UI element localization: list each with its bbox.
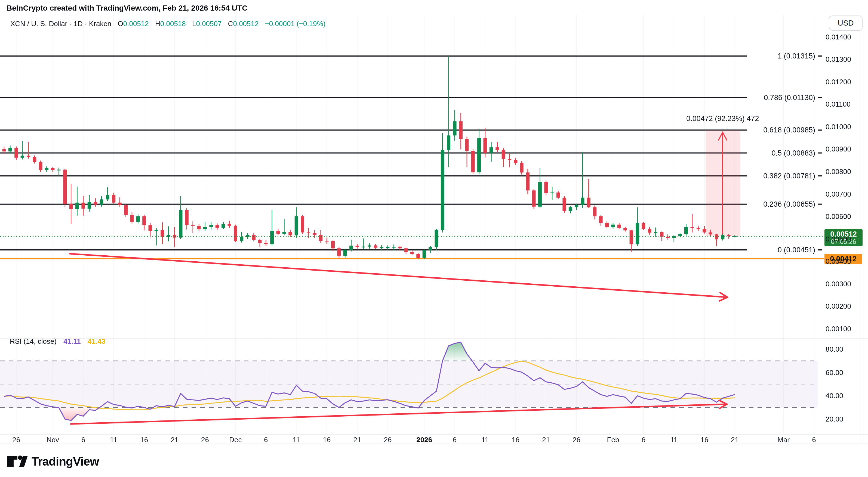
date-tick: 26 bbox=[384, 436, 392, 444]
page-title: BeInCrypto created with TradingView.com,… bbox=[6, 4, 247, 12]
date-tick: 16 bbox=[140, 436, 148, 444]
rsi-ma-value: 41.43 bbox=[88, 337, 105, 345]
rsi-axis-tick: 40.00 bbox=[826, 392, 843, 400]
high-value: 0.00518 bbox=[160, 20, 186, 28]
price-tick: 0.00400 bbox=[826, 257, 851, 266]
price-tick: 0.00300 bbox=[826, 280, 851, 288]
date-tick: 16 bbox=[323, 436, 331, 444]
fib-level-label: 0.786 (0.01130) bbox=[764, 93, 815, 102]
high-label: H bbox=[155, 20, 160, 28]
fib-level-label: 0.618 (0.00985) bbox=[763, 126, 815, 134]
date-tick: 26 bbox=[12, 436, 20, 444]
close-label: C bbox=[228, 20, 233, 28]
date-tick: Mar bbox=[777, 436, 789, 444]
fib-level-label: 0.236 (0.00655) bbox=[763, 200, 815, 208]
date-tick: 2026 bbox=[416, 436, 432, 444]
price-tick: 0.00800 bbox=[826, 167, 851, 176]
rsi-axis-tick: 20.00 bbox=[826, 415, 843, 423]
projection-annotation: 0.00472 (92.23%) 472 bbox=[686, 115, 759, 123]
fib-level-label: 1 (0.01315) bbox=[778, 52, 815, 60]
open-value: 0.00512 bbox=[123, 20, 149, 28]
date-tick: 26 bbox=[201, 436, 209, 444]
price-tick: 0.01200 bbox=[826, 77, 851, 86]
date-tick: 6 bbox=[453, 436, 457, 444]
date-tick: Dec bbox=[229, 436, 242, 444]
date-tick: 16 bbox=[512, 436, 520, 444]
symbol-legend[interactable]: XCN / U. S. Dollar · 1D · Kraken O0.0051… bbox=[10, 20, 326, 28]
date-tick: 6 bbox=[812, 436, 816, 444]
price-tick: 0.01300 bbox=[826, 55, 851, 64]
date-tick: 6 bbox=[642, 436, 645, 444]
change-value: −0.00001 (−0.19%) bbox=[265, 20, 326, 28]
price-tick: 0.01000 bbox=[826, 122, 851, 131]
date-tick: 16 bbox=[701, 436, 708, 444]
rsi-indicator-name: RSI (14, close) bbox=[10, 337, 57, 345]
date-tick: 11 bbox=[293, 436, 300, 444]
rsi-legend[interactable]: RSI (14, close) 41.11 41.43 bbox=[10, 337, 105, 346]
date-tick: 21 bbox=[353, 436, 361, 444]
rsi-axis-tick: 60.00 bbox=[826, 368, 843, 377]
date-tick: 21 bbox=[170, 436, 179, 444]
tradingview-brand-text: TradingView bbox=[32, 455, 99, 468]
tradingview-brand[interactable]: TradingView bbox=[6, 455, 99, 468]
symbol-name: XCN / U. S. Dollar · 1D · Kraken bbox=[10, 20, 111, 28]
date-tick: 21 bbox=[542, 436, 550, 444]
fib-level-label: 0 (0.00451) bbox=[778, 246, 815, 254]
price-tick: 0.00200 bbox=[826, 302, 851, 311]
currency-toggle-button[interactable]: USD bbox=[829, 15, 863, 31]
low-label: L bbox=[192, 20, 196, 28]
chart-canvas[interactable] bbox=[0, 0, 868, 477]
close-value: 0.00512 bbox=[233, 20, 258, 28]
fib-level-label: 0.382 (0.00781) bbox=[763, 171, 815, 180]
date-tick: 6 bbox=[264, 436, 268, 444]
rsi-value: 41.11 bbox=[63, 337, 81, 345]
date-tick: 21 bbox=[731, 436, 739, 444]
tradingview-chart-screen: BeInCrypto created with TradingView.com,… bbox=[0, 0, 868, 477]
date-tick: 11 bbox=[670, 436, 678, 444]
date-tick: 11 bbox=[482, 436, 489, 444]
date-tick: 11 bbox=[110, 436, 117, 444]
tradingview-logo-icon bbox=[6, 455, 28, 468]
date-tick: 6 bbox=[81, 436, 85, 444]
price-tick: 0.00100 bbox=[826, 324, 851, 333]
price-tick: 0.01400 bbox=[826, 33, 851, 41]
price-tick: 0.00900 bbox=[826, 145, 851, 153]
price-tick: 0.00600 bbox=[826, 212, 851, 221]
date-tick: 26 bbox=[572, 436, 580, 444]
rsi-axis-tick: 80.00 bbox=[826, 345, 843, 353]
fib-level-label: 0.5 (0.00883) bbox=[771, 149, 815, 157]
date-tick: Nov bbox=[46, 436, 59, 444]
open-label: O bbox=[118, 20, 123, 28]
price-tick: 0.00700 bbox=[826, 190, 851, 198]
price-tick: 0.00500 bbox=[826, 235, 851, 243]
low-value: 0.00507 bbox=[196, 20, 221, 28]
price-tick: 0.01100 bbox=[826, 100, 850, 108]
date-tick: Feb bbox=[607, 436, 619, 444]
